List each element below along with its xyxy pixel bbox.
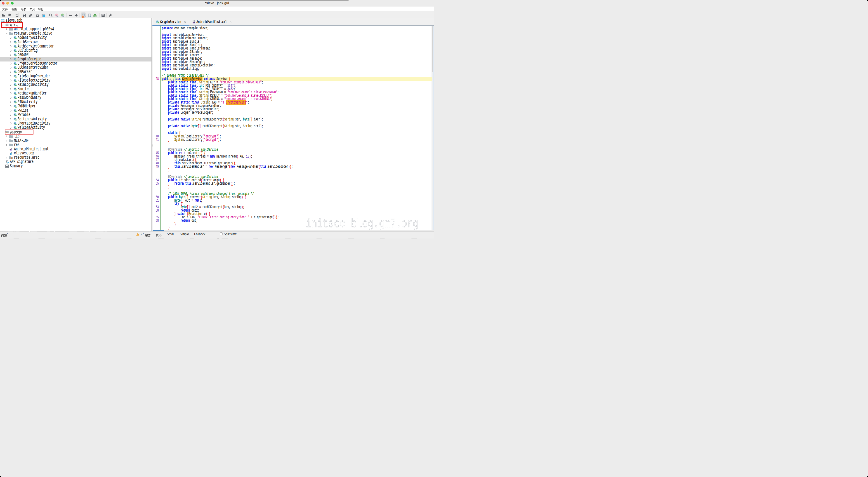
svg-text:MF: MF: [9, 149, 11, 151]
svg-text:J: J: [10, 153, 11, 155]
svg-text:MF: MF: [193, 22, 195, 23]
